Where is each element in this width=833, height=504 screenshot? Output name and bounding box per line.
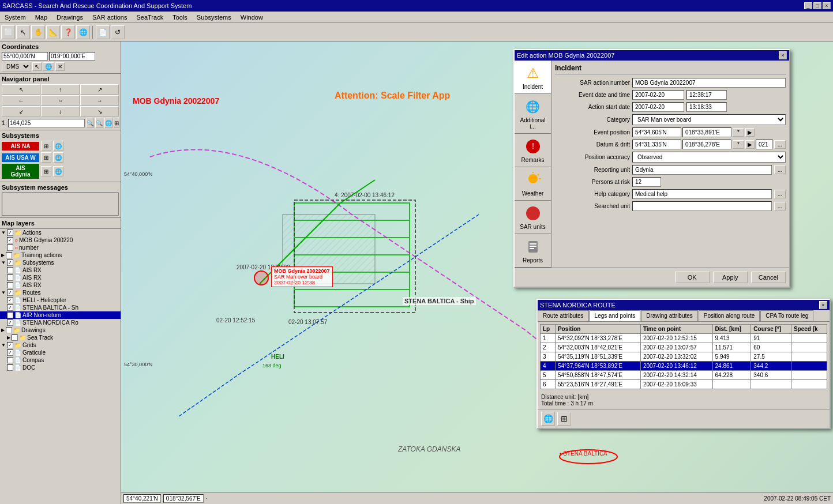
apply-btn[interactable]: Apply <box>713 272 748 283</box>
layer-drawings[interactable]: ▶ 📁 Drawings <box>0 326 121 334</box>
layer-training[interactable]: ▶ 📁 Training actions <box>0 251 121 259</box>
scale-input[interactable] <box>8 119 85 127</box>
datum-deg[interactable] <box>756 140 773 149</box>
toolbar-btn-8[interactable]: ↺ <box>111 25 125 39</box>
nav-up-right[interactable]: ↗ <box>80 84 119 95</box>
layer-heli-check[interactable] <box>7 297 13 303</box>
nav-down-left[interactable]: ↙ <box>2 106 40 116</box>
stena-tab-drawing[interactable]: Drawing attributes <box>641 310 698 321</box>
table-row[interactable]: 655°23,516'N 18°27,491'E2007-02-20 16:09… <box>541 380 827 389</box>
layer-compas-check[interactable] <box>7 357 13 363</box>
layer-actions[interactable]: ▼ 📁 Actions <box>0 229 121 236</box>
toolbar-btn-2[interactable]: ↖ <box>16 25 30 39</box>
layer-nordica-check[interactable] <box>7 319 13 326</box>
sar-action-number-input[interactable] <box>632 78 786 88</box>
nav-down-right[interactable]: ↘ <box>80 106 119 116</box>
layer-compas[interactable]: 📄 Compas <box>0 356 121 364</box>
layer-doc[interactable]: 📄 DOC <box>0 364 121 371</box>
menu-window[interactable]: Window <box>236 13 268 22</box>
layer-actions-check[interactable] <box>7 230 13 236</box>
tab-incident[interactable]: ⚠ Incident <box>515 61 551 94</box>
toolbar-btn-4[interactable]: 📐 <box>46 25 60 39</box>
layer-subsys-check[interactable] <box>7 259 13 266</box>
layer-ais-rx-1[interactable]: 📄 AIS RX <box>0 266 121 274</box>
category-select[interactable]: SAR Man over board <box>632 114 786 125</box>
layer-grids-check[interactable] <box>7 342 13 348</box>
nav-up[interactable]: ↑ <box>41 84 80 95</box>
ais-usa-icon2[interactable]: 🌐 <box>53 152 63 163</box>
layer-routes-check[interactable] <box>7 289 13 296</box>
titlebar-controls[interactable]: _ □ × <box>804 2 831 9</box>
menu-map[interactable]: Map <box>31 13 52 22</box>
layer-ais1-check[interactable] <box>7 267 13 273</box>
reporting-unit-dots-btn[interactable]: ... <box>774 166 786 174</box>
layer-stena-baltica[interactable]: 📄 STENA BALTICA - Sh <box>0 304 121 311</box>
datum-arrow-btn[interactable]: ▶ <box>745 140 755 149</box>
table-row[interactable]: 454°37,964'N 18°53,892'E2007-02-20 13:46… <box>541 362 827 371</box>
zoom-in-btn[interactable]: 🔍 <box>86 118 94 128</box>
toolbar-btn-5[interactable]: ❓ <box>61 25 75 39</box>
stena-tab-cpa[interactable]: CPA To route leg <box>760 310 813 321</box>
position-accuracy-select[interactable]: Observed <box>632 152 786 163</box>
event-pos-arrow-btn[interactable]: ▶ <box>745 128 755 137</box>
table-row[interactable]: 154°32,092'N 18°33,278'E2007-02-20 12:52… <box>541 334 827 343</box>
event-pos-lat[interactable] <box>632 127 681 137</box>
nav-right[interactable]: → <box>80 95 119 106</box>
menu-tools[interactable]: Tools <box>168 13 192 22</box>
stena-tab-route[interactable]: Route attributes <box>538 310 589 321</box>
coord-crosshair-btn[interactable]: ✕ <box>55 62 65 71</box>
ais-na-icon2[interactable]: 🌐 <box>53 141 63 151</box>
menu-drawings[interactable]: Drawings <box>52 13 88 22</box>
menu-sar-actions[interactable]: SAR actions <box>88 13 132 22</box>
persons-at-risk-input[interactable] <box>632 177 661 187</box>
toolbar-btn-3[interactable]: ✋ <box>31 25 45 39</box>
ais-na-btn[interactable]: AIS NA <box>2 142 39 151</box>
coord-cursor-btn[interactable]: ↖ <box>32 62 42 71</box>
layer-training-check[interactable] <box>6 252 12 258</box>
layer-stena-check[interactable] <box>7 304 13 311</box>
stena-close-btn[interactable]: × <box>819 301 827 309</box>
nav-center[interactable]: ○ <box>41 95 80 106</box>
layer-mob-check[interactable] <box>7 237 13 243</box>
minimize-btn[interactable]: _ <box>804 2 812 9</box>
layer-air-non-return[interactable]: 📄 AIR Non-return <box>0 311 121 319</box>
ais-gdynia-icon1[interactable]: ⊞ <box>41 166 51 176</box>
ais-gdynia-icon2[interactable]: 🌐 <box>53 166 63 176</box>
coord-lon-input[interactable] <box>49 52 95 61</box>
ok-btn[interactable]: OK <box>675 272 710 283</box>
ais-usa-icon1[interactable]: ⊞ <box>41 152 51 163</box>
searched-unit-input[interactable] <box>632 201 772 211</box>
layer-drawings-check[interactable] <box>6 327 12 333</box>
tab-remarks[interactable]: ! Remarks <box>515 134 551 167</box>
table-row[interactable]: 254°32,003'N 18°42,021'E2007-02-20 13:07… <box>541 343 827 352</box>
datum-dots-btn[interactable]: * <box>733 140 744 149</box>
layer-ais2-check[interactable] <box>7 274 13 281</box>
layer-ais-rx-3[interactable]: 📄 AIS RX <box>0 281 121 289</box>
menu-seartrack[interactable]: SeaTrack <box>132 13 168 22</box>
nav-down[interactable]: ↓ <box>41 106 80 116</box>
action-start-date-input[interactable] <box>632 102 684 112</box>
menu-system[interactable]: System <box>0 13 31 22</box>
menu-subsystems[interactable]: Subsystems <box>192 13 236 22</box>
tab-additional[interactable]: 🌐 Additional i... <box>515 94 551 134</box>
nav-left[interactable]: ← <box>2 95 40 106</box>
route-grid-btn[interactable]: ⊞ <box>557 412 571 426</box>
zoom-out-btn[interactable]: 🔍 <box>95 118 103 128</box>
layer-heli[interactable]: 📄 HELI - Helicopter <box>0 296 121 304</box>
datum-lon[interactable] <box>682 140 731 149</box>
layer-mob-gdynia[interactable]: ○ MOB Gdynia 200220 <box>0 236 121 244</box>
layer-grids[interactable]: ▼ 📁 Grids <box>0 341 121 349</box>
coord-format-select[interactable]: DMS <box>2 62 31 72</box>
table-row[interactable]: 354°35,119'N 18°51,339'E2007-02-20 13:32… <box>541 352 827 362</box>
layer-number-check[interactable] <box>7 245 13 251</box>
toolbar-btn-6[interactable]: 🌐 <box>76 25 90 39</box>
datum-deg-dots-btn[interactable]: ... <box>774 140 786 149</box>
stena-tab-position[interactable]: Position along route <box>699 310 760 321</box>
layer-sea-check[interactable] <box>12 334 18 341</box>
help-category-dots-btn[interactable]: ... <box>774 190 786 198</box>
ais-usa-btn[interactable]: AIS USA W <box>2 153 39 162</box>
edit-action-close-btn[interactable]: × <box>779 51 787 59</box>
event-pos-dots-btn[interactable]: * <box>733 128 744 137</box>
close-btn[interactable]: × <box>823 2 831 9</box>
layer-doc-check[interactable] <box>7 364 13 371</box>
